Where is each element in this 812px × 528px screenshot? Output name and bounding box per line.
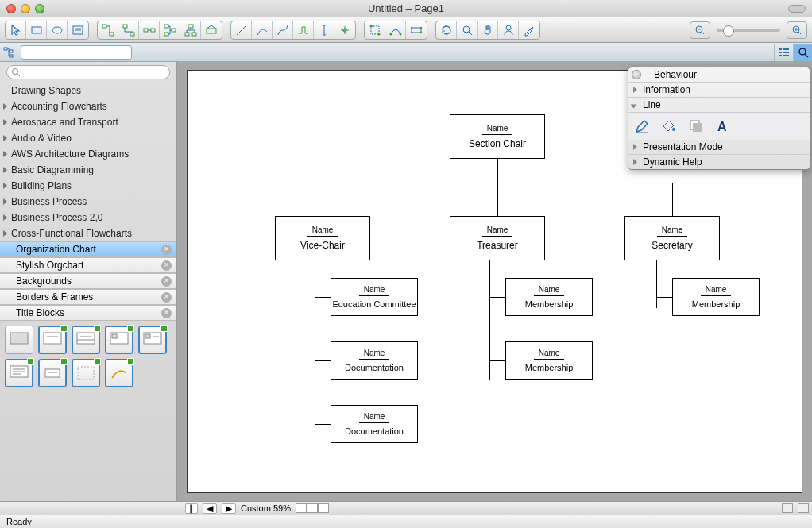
stencil-item-borders-frames[interactable]: Borders & Frames× xyxy=(0,289,176,305)
panel-section-behaviour[interactable]: Behaviour xyxy=(628,67,810,83)
org-node[interactable]: Name Secretary xyxy=(624,216,720,260)
connector-tool-2[interactable] xyxy=(118,21,139,39)
shadow-icon[interactable] xyxy=(687,118,705,135)
zoom-tool[interactable] xyxy=(457,21,478,39)
line-tool-3[interactable] xyxy=(273,21,293,39)
category-item[interactable]: Business Process xyxy=(0,194,176,210)
line-tool-2[interactable] xyxy=(252,21,273,39)
rectangle-tool[interactable] xyxy=(26,21,47,39)
close-stencil-icon[interactable]: × xyxy=(161,276,172,287)
close-stencil-icon[interactable]: × xyxy=(161,260,172,271)
panel-section-dynamic-help[interactable]: Dynamic Help xyxy=(628,155,810,169)
org-node[interactable]: Name Education Committee xyxy=(331,278,418,316)
line-tool-1[interactable] xyxy=(231,21,252,39)
text-style-icon[interactable]: A xyxy=(714,118,732,135)
org-node[interactable]: Name Documentation xyxy=(331,341,418,380)
svg-line-54 xyxy=(805,54,808,57)
shape-thumb[interactable] xyxy=(72,359,100,387)
view-toggle-2[interactable] xyxy=(798,503,809,513)
stencil-item-organization-chart[interactable]: Organization Chart× xyxy=(0,241,176,257)
fill-icon[interactable] xyxy=(660,118,678,135)
ellipse-tool[interactable] xyxy=(47,21,68,39)
close-stencil-icon[interactable]: × xyxy=(161,245,172,255)
close-stencil-icon[interactable]: × xyxy=(161,308,172,318)
shape-thumb[interactable] xyxy=(38,359,67,387)
search-mode-icon[interactable] xyxy=(793,44,812,61)
connector xyxy=(315,424,331,425)
close-stencil-icon[interactable]: × xyxy=(161,292,172,303)
zoom-slider[interactable] xyxy=(717,29,780,32)
panel-section-label: Information xyxy=(643,84,690,95)
org-node[interactable]: Name Vice-Chair xyxy=(275,216,370,260)
connector xyxy=(315,297,331,298)
connector-tool-3[interactable] xyxy=(139,21,160,39)
category-item[interactable]: Aerospace and Transport xyxy=(0,114,176,130)
node-name-label: Name xyxy=(534,349,565,360)
category-item[interactable]: Audio & Video xyxy=(0,130,176,146)
line-tool-4[interactable] xyxy=(293,21,314,39)
node-tool-3[interactable] xyxy=(406,21,427,39)
pen-icon[interactable] xyxy=(633,118,651,135)
tree-view-icon[interactable] xyxy=(0,44,17,61)
shape-thumb[interactable] xyxy=(5,359,33,387)
panel-section-line[interactable]: Line xyxy=(628,98,810,113)
category-item[interactable]: Cross-Functional Flowcharts xyxy=(0,225,176,241)
svg-rect-6 xyxy=(110,33,114,36)
shape-thumb[interactable] xyxy=(105,326,133,354)
line-tool-5[interactable] xyxy=(314,21,334,39)
connector-tool-4[interactable] xyxy=(160,21,180,39)
shape-thumb[interactable] xyxy=(72,326,100,354)
org-node[interactable]: Name Membership xyxy=(672,278,760,316)
panel-section-information[interactable]: Information xyxy=(628,83,810,98)
page-next-button[interactable]: ▶ xyxy=(222,503,236,514)
panel-section-presentation[interactable]: Presentation Mode xyxy=(628,140,810,155)
connector-tool-1[interactable] xyxy=(98,21,118,39)
hand-tool[interactable] xyxy=(478,21,498,39)
connector xyxy=(489,297,505,298)
shape-thumb[interactable] xyxy=(138,326,167,354)
filter-input[interactable] xyxy=(21,45,132,60)
svg-rect-7 xyxy=(123,25,127,28)
eyedropper-tool[interactable] xyxy=(519,21,539,39)
properties-panel[interactable]: Behaviour Information Line A Presentatio… xyxy=(628,67,810,170)
stencil-item-stylish-orgchart[interactable]: Stylish Orgchart× xyxy=(0,257,176,273)
org-node[interactable]: Name Membership xyxy=(505,278,593,316)
category-item[interactable]: Basic Diagramming xyxy=(0,162,176,178)
shape-search-input[interactable] xyxy=(6,65,170,79)
connector xyxy=(323,183,323,216)
page-tabs[interactable] xyxy=(296,503,329,513)
connector-tool-5[interactable] xyxy=(180,21,201,39)
node-tool-1[interactable] xyxy=(365,21,385,39)
org-node-root[interactable]: Name Section Chair xyxy=(450,114,545,159)
shape-thumb[interactable] xyxy=(105,359,133,387)
canvas-area[interactable]: Name Section Chair Name Vice-Chair Name … xyxy=(177,62,812,501)
zoom-in-button[interactable] xyxy=(787,21,807,39)
panel-section-label: Behaviour xyxy=(654,69,697,80)
refresh-tool[interactable] xyxy=(436,21,457,39)
user-tool[interactable] xyxy=(498,21,519,39)
stencil-item-title-blocks[interactable]: Title Blocks× xyxy=(0,305,176,321)
text-block-tool[interactable] xyxy=(68,21,88,39)
page-rewind-button[interactable]: ∥ xyxy=(185,503,198,514)
svg-line-19 xyxy=(237,25,246,35)
svg-line-35 xyxy=(469,32,472,35)
category-item[interactable]: Business Process 2,0 xyxy=(0,210,176,225)
line-tool-6[interactable] xyxy=(334,21,355,39)
org-node[interactable]: Name Treasurer xyxy=(450,216,545,260)
stencil-label: Backgrounds xyxy=(16,276,72,287)
page-prev-button[interactable]: ◀ xyxy=(203,503,217,514)
node-tool-2[interactable] xyxy=(385,21,406,39)
zoom-out-button[interactable] xyxy=(690,21,710,39)
list-view-icon[interactable] xyxy=(774,44,793,61)
view-toggle-1[interactable] xyxy=(782,503,793,513)
category-item[interactable]: Accounting Flowcharts xyxy=(0,98,176,114)
shape-thumb[interactable] xyxy=(5,326,33,354)
connector-tool-6[interactable] xyxy=(201,21,222,39)
category-item[interactable]: AWS Architecture Diagrams xyxy=(0,146,176,162)
stencil-item-backgrounds[interactable]: Backgrounds× xyxy=(0,273,176,289)
org-node[interactable]: Name Membership xyxy=(505,341,593,380)
category-item[interactable]: Building Plans xyxy=(0,178,176,194)
shape-thumb[interactable] xyxy=(38,326,67,354)
pointer-tool[interactable] xyxy=(6,21,26,39)
org-node[interactable]: Name Documentation xyxy=(331,405,418,443)
